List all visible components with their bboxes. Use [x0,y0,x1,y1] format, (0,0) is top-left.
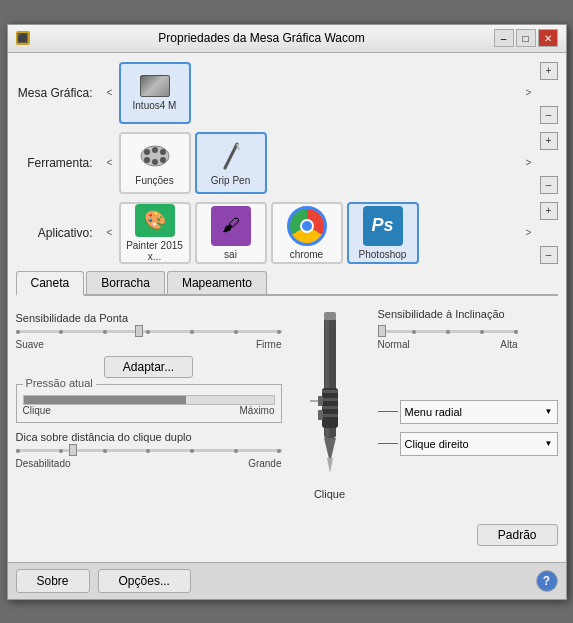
pen-label: Clique [314,488,345,500]
dropdown2-line [378,443,398,444]
inc-dot-3 [446,330,450,334]
titlebar: ⬛ Propriedades da Mesa Gráfica Wacom – □… [8,25,566,53]
right-panel: Sensibilidade à Inclinação Norma [378,308,558,546]
dica-dot-7 [277,449,281,453]
pressao-container: Pressão atual Clique Máximo [16,384,282,423]
tool-card-grip-pen[interactable]: Grip Pen [195,132,267,194]
mesa-grafica-plus[interactable]: + [540,62,558,80]
mesa-grafica-strip: Intuos4 M [119,62,520,124]
dot-6 [234,330,238,334]
dica-handle[interactable] [69,444,77,456]
inc-dot-2 [412,330,416,334]
ferramenta-minus[interactable]: – [540,176,558,194]
svg-line-8 [237,144,239,150]
close-button[interactable]: ✕ [538,29,558,47]
dica-dot-4 [146,449,150,453]
app-card-painter[interactable]: 🎨 Painter 2015 x... [119,202,191,264]
aplicativo-nav-left[interactable]: < [101,201,119,265]
minimize-button[interactable]: – [494,29,514,47]
aplicativo-side-controls: + – [540,202,558,264]
tool-grip-pen-label: Grip Pen [211,175,250,186]
ferramenta-nav-left[interactable]: < [101,131,119,195]
chrome-center [300,219,314,233]
ferramenta-plus[interactable]: + [540,132,558,150]
svg-point-6 [160,157,166,163]
dot-4 [146,330,150,334]
aplicativo-plus[interactable]: + [540,202,558,220]
tool-card-funcoes[interactable]: Funções [119,132,191,194]
svg-point-1 [144,149,150,155]
opcoes-button[interactable]: Opções... [98,569,191,593]
ferramenta-nav-right[interactable]: > [520,131,538,195]
inc-dot-5 [514,330,518,334]
sensibilidade-ponta-label: Sensibilidade da Ponta [16,312,282,324]
window-title: Propriedades da Mesa Gráfica Wacom [158,31,364,45]
dropdown2-label: Clique direito [405,438,469,450]
sai-icon: 🖌 [211,206,251,246]
sobre-button[interactable]: Sobre [16,569,90,593]
svg-point-4 [144,157,150,163]
mesa-grafica-minus[interactable]: – [540,106,558,124]
svg-rect-15 [322,406,338,409]
mesa-grafica-nav-left[interactable]: < [101,61,119,125]
maximize-button[interactable]: □ [516,29,536,47]
aplicativo-minus[interactable]: – [540,246,558,264]
dot-3 [103,330,107,334]
dica-dot-5 [190,449,194,453]
app-sai-label: sai [224,249,237,260]
ferramenta-strip: Funções Grip Pen [119,132,520,194]
pen-illustration: Clique [300,308,360,546]
tool-funcoes-label: Funções [135,175,173,186]
device-card-intuos[interactable]: Intuos4 M [119,62,191,124]
footer: Sobre Opções... ? [8,562,566,599]
mesa-grafica-side-controls: + – [540,62,558,124]
dropdown2[interactable]: Clique direito ▼ [400,432,558,456]
tab-mapeamento[interactable]: Mapeamento [167,271,267,294]
app-card-sai[interactable]: 🖌 sai [195,202,267,264]
pressao-label: Pressão atual [23,377,96,389]
dica-dot-2 [59,449,63,453]
dropdown1[interactable]: Menu radial ▼ [400,400,558,424]
inclinacao-dots [378,330,518,334]
svg-point-2 [152,147,158,153]
padrao-area: Padrão [378,524,558,546]
tab-caneta[interactable]: Caneta [16,271,85,296]
dropdown1-label: Menu radial [405,406,462,418]
sensibilidade-handle[interactable] [135,325,143,337]
ferramenta-row: Ferramenta: < F [16,131,558,195]
dica-label: Dica sobre distância do clique duplo [16,431,282,443]
tab-borracha[interactable]: Borracha [86,271,165,294]
inc-dot-4 [480,330,484,334]
left-panel: Sensibilidade da Ponta [16,308,282,546]
mesa-grafica-nav-right[interactable]: > [520,61,538,125]
dica-track [16,449,282,452]
wacom-icon: ⬛ [16,31,30,45]
adaptar-button[interactable]: Adaptar... [104,356,193,378]
padrao-button[interactable]: Padrão [477,524,558,546]
inclinacao-labels: Normal Alta [378,339,518,350]
app-painter-label: Painter 2015 x... [121,240,189,262]
aplicativo-nav-right[interactable]: > [520,201,538,265]
svg-point-5 [152,159,158,165]
svg-point-3 [160,149,166,155]
dropdown2-row: Clique direito ▼ [378,432,558,456]
svg-rect-13 [322,390,338,393]
svg-rect-17 [318,396,323,406]
inclinacao-label: Sensibilidade à Inclinação [378,308,505,320]
dropdown1-row: Menu radial ▼ [378,400,558,424]
sensibilidade-left-label: Suave [16,339,44,350]
svg-rect-16 [322,414,338,417]
painter-icon: 🎨 [135,204,175,237]
tabs-bar: Caneta Borracha Mapeamento [16,271,558,296]
titlebar-left: ⬛ [16,31,30,45]
dica-dot-6 [234,449,238,453]
inclinacao-track [378,330,518,333]
app-card-photoshop[interactable]: Ps Photoshop [347,202,419,264]
sensibilidade-track [16,330,282,333]
app-card-chrome[interactable]: chrome [271,202,343,264]
dica-labels: Desabilitado Grande [16,458,282,469]
svg-rect-21 [324,312,336,320]
inclinacao-handle[interactable] [378,325,386,337]
dropdown1-line [378,411,398,412]
help-button[interactable]: ? [536,570,558,592]
